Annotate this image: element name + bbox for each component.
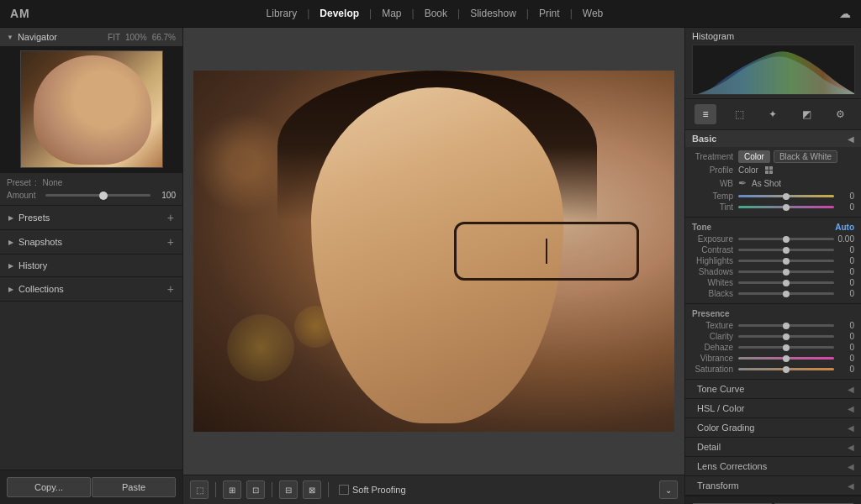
topbar: AM Library | Develop | Map | Book | Slid… <box>0 0 861 28</box>
nav-web[interactable]: Web <box>576 4 610 23</box>
zoom-667[interactable]: 66.7% <box>152 33 176 42</box>
history-header[interactable]: ▶ History <box>0 255 182 276</box>
left-bottom: Copy... Paste <box>0 470 182 504</box>
tint-thumb <box>783 204 790 211</box>
transform-label: Transform <box>697 480 739 491</box>
tint-slider[interactable] <box>738 206 834 208</box>
graduated-filter-icon[interactable]: ◩ <box>796 104 818 124</box>
color-btn[interactable]: Color <box>738 150 770 163</box>
nav-library[interactable]: Library <box>260 4 304 23</box>
histogram-svg <box>693 45 855 95</box>
shadows-row: Shadows 0 <box>692 267 854 276</box>
dehaze-slider[interactable] <box>738 346 834 349</box>
center-bottom-bar: ⬚ ⊞ ⊡ ⊟ ⊠ Soft Proofing ⌄ <box>183 475 684 504</box>
eyedropper-icon[interactable]: ✒ <box>738 177 747 189</box>
zoom-100[interactable]: 100% <box>125 33 147 42</box>
presence-section: Presence Texture 0 Clarity 0 <box>685 304 861 380</box>
exposure-row: Exposure 0.00 <box>692 234 854 244</box>
color-grading-panel[interactable]: Color Grading ◀ <box>685 418 861 438</box>
contrast-slider[interactable] <box>738 249 834 251</box>
face-shape <box>311 87 563 423</box>
navigator-triangle: ▼ <box>7 34 13 41</box>
blacks-slider[interactable] <box>738 292 834 295</box>
topbar-right: ☁ <box>839 7 851 20</box>
compare-icon2[interactable]: ⊡ <box>246 480 265 499</box>
navigator-header[interactable]: ▼ Navigator FIT 100% 66.7% <box>0 28 182 46</box>
tone-curve-arrow: ◀ <box>848 385 854 394</box>
settings-tool-icon[interactable]: ⚙ <box>830 104 852 124</box>
tint-val: 0 <box>837 202 854 212</box>
detail-panel[interactable]: Detail ◀ <box>685 438 861 457</box>
tone-auto[interactable]: Auto <box>835 223 854 232</box>
temp-slider[interactable] <box>738 195 834 197</box>
basic-panel-header[interactable]: Basic ◀ <box>685 130 861 147</box>
shadows-slider[interactable] <box>738 270 834 273</box>
transform-arrow: ◀ <box>848 481 854 491</box>
whites-row: Whites 0 <box>692 278 854 287</box>
glasses <box>454 222 639 281</box>
treatment-section: Treatment Color Black & White Profile Co… <box>685 147 861 218</box>
exposure-thumb <box>783 236 790 243</box>
clarity-slider[interactable] <box>738 335 834 338</box>
heal-tool-icon[interactable]: ✦ <box>762 104 784 124</box>
dehaze-label: Dehaze <box>692 343 738 352</box>
nav-book[interactable]: Book <box>418 4 454 23</box>
tone-curve-panel[interactable]: Tone Curve ◀ <box>685 380 861 399</box>
presets-header[interactable]: ▶ Presets + <box>0 206 182 229</box>
lens-corrections-label: Lens Corrections <box>697 461 767 471</box>
crop-tool-icon[interactable]: ⬚ <box>728 104 750 124</box>
paste-button[interactable]: Paste <box>92 477 176 497</box>
grid-icon2[interactable]: ⊠ <box>303 480 321 499</box>
basic-panel-icon[interactable]: ≡ <box>695 104 716 124</box>
bw-btn[interactable]: Black & White <box>774 150 837 163</box>
cloud-icon[interactable]: ☁ <box>839 7 851 20</box>
nav-map[interactable]: Map <box>375 4 408 23</box>
collections-header[interactable]: ▶ Collections + <box>0 277 182 301</box>
basic-title: Basic <box>692 134 716 144</box>
compare-icon[interactable]: ⊞ <box>223 480 241 499</box>
nav-develop[interactable]: Develop <box>313 4 366 23</box>
highlights-slider[interactable] <box>738 260 834 262</box>
profile-grid-icon[interactable] <box>765 166 773 174</box>
blacks-row: Blacks 0 <box>692 289 854 298</box>
grid-icon[interactable]: ⊟ <box>279 480 298 499</box>
contrast-thumb <box>783 247 790 254</box>
nav-print[interactable]: Print <box>532 4 567 23</box>
soft-proofing-checkbox[interactable] <box>339 485 349 495</box>
highlights-label: Highlights <box>692 256 738 265</box>
vibrance-slider[interactable] <box>738 357 834 360</box>
collections-add-icon[interactable]: + <box>167 283 174 295</box>
blacks-label: Blacks <box>692 289 738 298</box>
dehaze-row: Dehaze 0 <box>692 343 854 352</box>
saturation-label: Saturation <box>692 365 738 374</box>
navigator-thumbnail[interactable] <box>20 50 163 168</box>
histogram-section: Histogram <box>685 28 861 99</box>
presets-add-icon[interactable]: + <box>167 212 174 223</box>
hsl-color-panel[interactable]: HSL / Color ◀ <box>685 399 861 418</box>
saturation-slider[interactable] <box>738 368 834 370</box>
nav-slideshow[interactable]: Slideshow <box>463 4 523 23</box>
snapshots-add-icon[interactable]: + <box>167 236 174 248</box>
highlights-thumb <box>783 258 790 265</box>
transform-panel[interactable]: Transform ◀ <box>685 476 861 496</box>
histogram-header: Histogram <box>692 31 854 41</box>
whites-thumb <box>783 280 790 286</box>
exposure-slider[interactable] <box>738 238 834 240</box>
frame-icon[interactable]: ⬚ <box>190 480 209 499</box>
highlights-val: 0 <box>837 256 854 265</box>
texture-row: Texture 0 <box>692 321 854 330</box>
amount-slider[interactable] <box>45 194 151 197</box>
photo-container[interactable] <box>193 71 674 432</box>
tone-section: Tone Auto Exposure 0.00 Contrast <box>685 218 861 304</box>
whites-slider[interactable] <box>738 281 834 284</box>
snapshots-header[interactable]: ▶ Snapshots + <box>0 230 182 254</box>
navigator-title: Navigator <box>18 32 57 42</box>
shadows-thumb <box>783 269 790 276</box>
preset-section: Preset: None Amount 100 <box>0 173 182 206</box>
texture-slider[interactable] <box>738 324 834 327</box>
copy-button[interactable]: Copy... <box>7 477 91 497</box>
lens-corrections-panel[interactable]: Lens Corrections ◀ <box>685 457 861 476</box>
expand-icon[interactable]: ⌄ <box>659 480 678 499</box>
exposure-val: 0.00 <box>837 234 854 244</box>
zoom-fit[interactable]: FIT <box>108 33 120 42</box>
